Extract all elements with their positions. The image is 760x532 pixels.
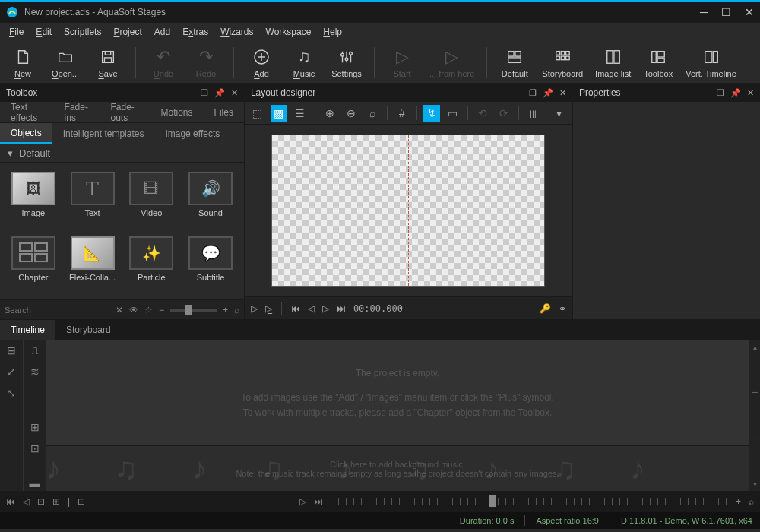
toolbox-close-icon[interactable]: ✕: [231, 88, 238, 98]
ld-zoom-in-icon[interactable]: ⊕: [321, 105, 338, 122]
ld-grid-icon[interactable]: #: [394, 105, 410, 122]
tl-goto-start-icon[interactable]: ⏮: [6, 496, 15, 507]
ld-list-icon[interactable]: ☰: [292, 105, 309, 122]
ld-close-icon[interactable]: ✕: [559, 88, 566, 98]
timeline-scrollbar[interactable]: ▴ − − ▾: [749, 340, 760, 491]
ld-zoom-out-icon[interactable]: ⊖: [343, 105, 359, 122]
save-button[interactable]: Save: [93, 46, 123, 78]
tab-image-effects[interactable]: Image effects: [154, 123, 230, 144]
tl-nav-2-icon[interactable]: ⊞: [52, 496, 60, 507]
menu-add[interactable]: Add: [154, 27, 170, 37]
tab-timeline[interactable]: Timeline: [0, 320, 55, 340]
menu-help[interactable]: Help: [323, 27, 342, 37]
new-button[interactable]: New: [8, 46, 38, 78]
toolbox-layout-button[interactable]: Toolbox: [643, 46, 673, 78]
ld-float-icon[interactable]: ❐: [529, 88, 537, 98]
zoom-slider[interactable]: [170, 309, 217, 312]
next-frame-icon[interactable]: ▷: [322, 303, 329, 314]
tab-storyboard[interactable]: Storyboard: [55, 320, 122, 340]
tl-nav-1-icon[interactable]: ⊡: [37, 496, 45, 507]
play-from-icon[interactable]: ▷̲: [265, 303, 272, 314]
tl-next-icon[interactable]: ▷: [299, 496, 306, 507]
zoom-out-icon[interactable]: −: [159, 305, 164, 315]
from-here-button[interactable]: ▷... from here: [429, 46, 474, 78]
menu-edit[interactable]: Edit: [36, 27, 52, 37]
ld-pin-icon[interactable]: 📌: [543, 88, 553, 98]
object-particle[interactable]: ✨Particle: [124, 233, 179, 293]
tl-tool-1[interactable]: ⊟: [4, 343, 19, 358]
keyframe-icon[interactable]: 🔑: [540, 303, 551, 314]
imagelist-layout-button[interactable]: Image list: [595, 46, 631, 78]
magnify-icon[interactable]: ⌕: [234, 305, 239, 315]
settings-button[interactable]: Settings: [331, 46, 362, 78]
toolbox-pin-icon[interactable]: 📌: [214, 88, 225, 98]
search-input[interactable]: [5, 306, 109, 315]
zoom-in-icon[interactable]: +: [223, 305, 228, 315]
redo-button[interactable]: ↷Redo: [191, 46, 221, 78]
object-image[interactable]: 🖼Image: [6, 169, 61, 229]
goto-end-icon[interactable]: ⏭: [337, 303, 346, 314]
prop-pin-icon[interactable]: 📌: [730, 88, 741, 98]
prop-float-icon[interactable]: ❐: [717, 88, 724, 98]
prop-close-icon[interactable]: ✕: [747, 88, 754, 98]
menu-file[interactable]: File: [9, 27, 24, 37]
object-chapter[interactable]: Chapter: [6, 233, 61, 293]
tl-zoom-in-icon[interactable]: +: [736, 496, 741, 507]
object-subtitle[interactable]: 💬Subtitle: [183, 233, 238, 293]
tl-tool-7[interactable]: ⊡: [27, 441, 43, 456]
toolbox-float-icon[interactable]: ❐: [201, 88, 208, 98]
vert-timeline-button[interactable]: Vert. Timeline: [686, 46, 736, 78]
play-icon[interactable]: ▷: [251, 303, 258, 314]
tab-objects[interactable]: Objects: [0, 123, 52, 144]
ld-align-icon[interactable]: ⫼: [525, 105, 542, 122]
ld-more-icon[interactable]: ▾: [551, 105, 568, 122]
eye-icon[interactable]: 👁: [129, 305, 138, 315]
goto-start-icon[interactable]: ⏮: [291, 303, 300, 314]
ld-camera-icon[interactable]: ▭: [445, 105, 461, 122]
add-button[interactable]: Add: [246, 46, 277, 78]
minimize-button[interactable]: ─: [700, 6, 708, 18]
tl-tool-2[interactable]: ⤢: [4, 364, 19, 379]
menu-extras[interactable]: Extras: [182, 27, 208, 37]
music-track[interactable]: ♪ ♫ ♪ ♫ ♪ ♫ ♪ ♫ ♪ Click here to add back…: [46, 445, 749, 491]
prev-frame-icon[interactable]: ◁: [308, 303, 315, 314]
tab-text-effects[interactable]: Text effects: [0, 102, 54, 122]
tl-prev-icon[interactable]: ◁: [23, 496, 30, 507]
tab-intelligent-templates[interactable]: Intelligent templates: [52, 123, 155, 144]
tl-tool-3[interactable]: ⤡: [4, 385, 19, 401]
tab-fade-outs[interactable]: Fade-outs: [100, 102, 150, 122]
menu-wizards[interactable]: Wizards: [220, 27, 253, 37]
music-button[interactable]: ♫Music: [289, 46, 319, 78]
storyboard-layout-button[interactable]: Storyboard: [542, 46, 583, 78]
object-flexi-collage[interactable]: 📐Flexi-Colla...: [65, 233, 120, 293]
object-text[interactable]: TText: [65, 169, 120, 229]
clear-search-icon[interactable]: ✕: [116, 305, 123, 315]
star-icon[interactable]: ☆: [144, 305, 153, 315]
ld-zoom-fit-icon[interactable]: ⌕: [364, 105, 381, 122]
tab-files[interactable]: Files: [204, 102, 244, 122]
section-default[interactable]: ▾Default: [0, 144, 244, 163]
tl-nav-3-icon[interactable]: ⊡: [78, 496, 85, 507]
menu-workspace[interactable]: Workspace: [266, 27, 312, 37]
menu-scriptlets[interactable]: Scriptlets: [64, 27, 101, 37]
tl-tool-4[interactable]: ⎍: [27, 343, 43, 358]
link-icon[interactable]: ⚭: [559, 303, 566, 314]
ld-select-icon[interactable]: ⬚: [249, 105, 266, 122]
canvas[interactable]: [271, 135, 545, 287]
menu-project[interactable]: Project: [113, 27, 141, 37]
timeline-empty-area[interactable]: The project is empty. To add images use …: [46, 340, 749, 445]
default-layout-button[interactable]: Default: [499, 46, 530, 78]
tab-motions[interactable]: Motions: [150, 102, 204, 122]
tl-tool-8[interactable]: ▬: [27, 476, 43, 491]
ld-path-icon[interactable]: ↯: [423, 105, 440, 122]
timeline-zoom-slider[interactable]: [331, 498, 728, 505]
tl-goto-end-icon[interactable]: ⏭: [314, 496, 323, 507]
ld-rotate-right-icon[interactable]: ⟳: [496, 105, 512, 122]
tl-tool-5[interactable]: ≋: [27, 364, 43, 379]
tab-fade-ins[interactable]: Fade-ins: [54, 102, 100, 122]
tl-magnify-icon[interactable]: ⌕: [749, 496, 754, 507]
undo-button[interactable]: ↶Undo: [148, 46, 179, 78]
maximize-button[interactable]: ☐: [721, 6, 731, 18]
ld-rotate-left-icon[interactable]: ⟲: [474, 105, 491, 122]
close-button[interactable]: ✕: [745, 6, 754, 18]
